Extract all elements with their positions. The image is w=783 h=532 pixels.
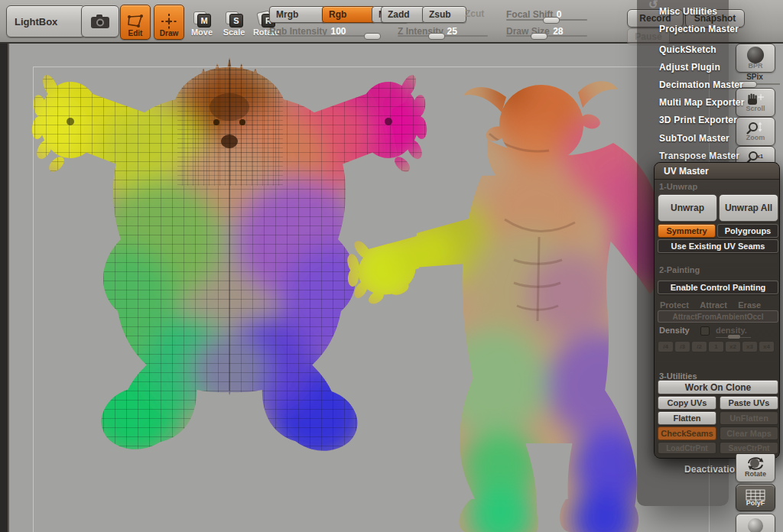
rgb-intensity-handle[interactable]	[364, 33, 381, 40]
attract-button[interactable]: Attract	[700, 300, 726, 310]
z-intensity-handle[interactable]	[428, 33, 445, 40]
density-slider-handle[interactable]	[728, 335, 740, 339]
work-on-clone-button[interactable]: Work On Clone	[658, 380, 778, 394]
density-1-button[interactable]: 1	[708, 341, 724, 352]
density-div4-button[interactable]: /4	[658, 341, 674, 352]
edit-label: Edit	[128, 29, 143, 37]
clear-maps-button[interactable]: Clear Maps	[720, 427, 778, 440]
loadctrpnt-button[interactable]: LoadCtrPnt	[658, 442, 716, 454]
zcut-button[interactable]: Zcut	[465, 8, 484, 19]
rgb-button[interactable]: Rgb	[322, 6, 375, 23]
menu-item-adjust-plugin[interactable]: Adjust Plugin	[659, 62, 720, 73]
scale-button[interactable]: S Scale	[219, 5, 249, 38]
material-button[interactable]	[736, 514, 775, 532]
zadd-button[interactable]: Zadd	[381, 6, 425, 23]
edit-button[interactable]: Edit	[120, 5, 151, 40]
lightbox-button[interactable]: LightBox	[6, 5, 86, 37]
rotate-view-button[interactable]: Rotate	[736, 452, 775, 482]
move-button[interactable]: M Move	[187, 5, 216, 38]
bpr-sphere-icon	[747, 47, 764, 63]
polyf-label: PolyF	[746, 499, 765, 507]
protect-attract-erase-row: Protect Attract Erase	[660, 297, 761, 311]
mrgb-button[interactable]: Mrgb	[269, 6, 326, 23]
scale-icon: S	[226, 11, 242, 27]
uv-master-title[interactable]: UV Master	[655, 163, 779, 180]
zoom-label: Zoom	[746, 134, 765, 141]
focal-shift-handle[interactable]	[543, 17, 560, 24]
zoom-button[interactable]: Zoom	[736, 117, 775, 146]
use-existing-uv-seams-button[interactable]: Use Existing UV Seams	[658, 239, 778, 253]
polyf-button[interactable]: PolyF	[736, 484, 775, 511]
draw-button[interactable]: Draw	[154, 5, 184, 40]
attract-from-ambient-occl-button[interactable]: AttractFromAmbientOccl	[658, 310, 778, 323]
polygroups-button[interactable]: Polygroups	[717, 224, 778, 238]
menu-item-misc-utilities[interactable]: Misc Utilities	[659, 6, 717, 17]
paste-uvs-button[interactable]: Paste UVs	[720, 396, 778, 410]
rotate-view-label: Rotate	[745, 470, 766, 478]
zbrush-window: BPR SPix Scroll Zoom	[0, 0, 783, 532]
camera-icon	[90, 14, 110, 29]
zsub-button[interactable]: Zsub	[422, 6, 466, 23]
menu-item-subtool-master[interactable]: SubTool Master	[659, 133, 729, 144]
density-label: Density	[659, 326, 690, 335]
move-icon: M	[193, 11, 210, 27]
menu-item-multi-map-exporter[interactable]: Multi Map Exporter	[659, 97, 745, 108]
density-slider-label: density.	[716, 326, 747, 335]
bpr-label: BPR	[748, 62, 762, 70]
rotate-cycle-icon	[746, 456, 765, 472]
edit-transpose-icon	[126, 14, 145, 29]
menu-item-quicksketch[interactable]: QuickSketch	[659, 44, 716, 55]
draw-size-handle[interactable]	[531, 33, 547, 40]
flatten-button[interactable]: Flatten	[658, 411, 716, 425]
material-sphere-icon	[748, 518, 763, 532]
savectrpnt-button[interactable]: SaveCtrPnt	[720, 442, 778, 454]
scroll-label: Scroll	[746, 105, 765, 112]
density-div3-button[interactable]: /3	[674, 341, 690, 352]
protect-button[interactable]: Protect	[660, 300, 689, 310]
density-checkbox[interactable]	[700, 326, 710, 336]
menu-item-projection-master[interactable]: Projection Master	[659, 24, 739, 34]
menu-item-transpose-master[interactable]: Transpose Master	[659, 151, 739, 161]
section-unwrap-label: 1-Unwrap	[659, 182, 697, 191]
bpr-button[interactable]: BPR	[736, 44, 775, 73]
menu-item-decimation-master[interactable]: Decimation Master	[659, 79, 743, 90]
menu-item-deactivation[interactable]: Deactivation	[684, 464, 741, 475]
unwrap-button[interactable]: Unwrap	[658, 194, 717, 222]
move-label: Move	[191, 28, 213, 37]
copy-uvs-button[interactable]: Copy UVs	[658, 396, 716, 410]
unwrap-all-button[interactable]: Unwrap All	[719, 194, 778, 222]
svg-text:x1: x1	[757, 154, 763, 159]
camera-snapshot-button[interactable]	[81, 5, 119, 37]
scale-label: Scale	[223, 28, 245, 37]
density-div2-button[interactable]: /2	[691, 341, 707, 352]
document-frame	[33, 66, 710, 532]
menu-item-3d-print-exporter[interactable]: 3D Print Exporter	[659, 115, 737, 125]
density-x3-button[interactable]: x3	[742, 341, 758, 352]
symmetry-button[interactable]: Symmetry	[658, 224, 716, 238]
enable-control-painting-button[interactable]: Enable Control Painting	[658, 281, 778, 294]
checkseams-button[interactable]: CheckSeams	[658, 427, 716, 440]
section-painting-label: 2-Painting	[659, 265, 700, 274]
density-x4-button[interactable]: x4	[759, 341, 775, 352]
erase-button[interactable]: Erase	[738, 300, 761, 310]
left-tray-divider[interactable]	[0, 42, 9, 532]
unflatten-button[interactable]: UnFlatten	[720, 411, 778, 425]
draw-crosshair-icon	[160, 14, 178, 29]
density-x2-button[interactable]: x2	[725, 341, 741, 352]
draw-label: Draw	[160, 29, 178, 37]
